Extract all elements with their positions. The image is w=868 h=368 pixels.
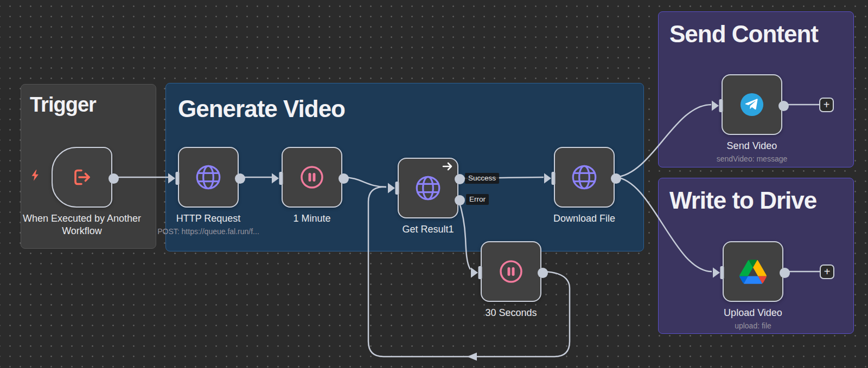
node-label: HTTP Request — [176, 212, 241, 225]
pause-icon — [499, 259, 524, 284]
node-when-executed-trigger[interactable]: When Executed by Another Workflow — [52, 147, 112, 208]
connection-1minute-to-getresult[interactable] — [343, 177, 386, 187]
output-connector[interactable] — [611, 173, 621, 184]
node-wait-1-minute[interactable]: 1 Minute — [282, 147, 342, 208]
node-label: 1 Minute — [293, 212, 330, 225]
google-drive-icon — [739, 260, 767, 284]
input-connector[interactable] — [168, 171, 180, 185]
input-connector[interactable] — [470, 266, 482, 280]
globe-icon — [195, 164, 221, 190]
input-connector[interactable] — [544, 171, 556, 185]
input-connector[interactable] — [387, 181, 399, 195]
node-label: 30 Seconds — [485, 307, 537, 319]
output-connector-success[interactable] — [455, 174, 465, 184]
output-connector[interactable] — [780, 268, 790, 278]
node-subtitle: POST: https://queue.fal.run/f... — [157, 227, 259, 236]
node-label: Upload Video — [724, 307, 782, 319]
connection-error-to-30seconds[interactable] — [458, 199, 470, 269]
input-connector[interactable] — [271, 171, 283, 185]
loop-arrowhead-icon — [467, 353, 477, 361]
add-node-button[interactable]: + — [819, 98, 834, 112]
output-connector-error[interactable] — [455, 195, 465, 205]
node-wait-30-seconds[interactable]: 30 Seconds — [481, 241, 541, 302]
input-connector[interactable] — [711, 99, 723, 113]
node-label: When Executed by Another Workflow — [22, 212, 142, 237]
node-http-request[interactable]: HTTP Request POST: https://queue.fal.run… — [178, 147, 239, 208]
output-label-error: Error — [466, 194, 489, 205]
node-label: Download File — [553, 212, 615, 225]
node-download-file[interactable]: Download File — [554, 147, 615, 208]
node-subtitle: upload: file — [735, 321, 771, 330]
output-connector[interactable] — [108, 173, 119, 184]
workflow-canvas[interactable]: Trigger Generate Video Send Content Writ… — [0, 0, 868, 368]
globe-icon — [415, 175, 441, 201]
output-connector[interactable] — [235, 173, 245, 184]
connection-download-to-sendvideo[interactable] — [616, 105, 711, 177]
output-connector[interactable] — [339, 173, 349, 184]
node-upload-video[interactable]: Upload Video upload: file — [723, 241, 783, 302]
node-subtitle: sendVideo: message — [717, 154, 788, 163]
node-get-result1[interactable]: Get Result1 — [398, 158, 458, 218]
node-label: Send Video — [727, 140, 777, 152]
output-connector[interactable] — [778, 101, 789, 111]
node-send-video[interactable]: Send Video sendVideo: message — [722, 74, 782, 135]
output-connector[interactable] — [538, 268, 548, 278]
input-connector[interactable] — [712, 266, 724, 280]
globe-icon — [571, 164, 597, 190]
pause-icon — [299, 165, 324, 190]
connection-download-to-upload[interactable] — [616, 177, 712, 272]
lightning-bolt-icon — [30, 169, 40, 182]
output-label-success: Success — [465, 173, 499, 184]
right-arrow-indicator-icon — [442, 162, 453, 171]
add-node-button[interactable]: + — [820, 264, 834, 279]
execute-workflow-icon — [70, 165, 94, 189]
node-label: Get Result1 — [402, 223, 454, 236]
telegram-icon — [740, 93, 764, 117]
